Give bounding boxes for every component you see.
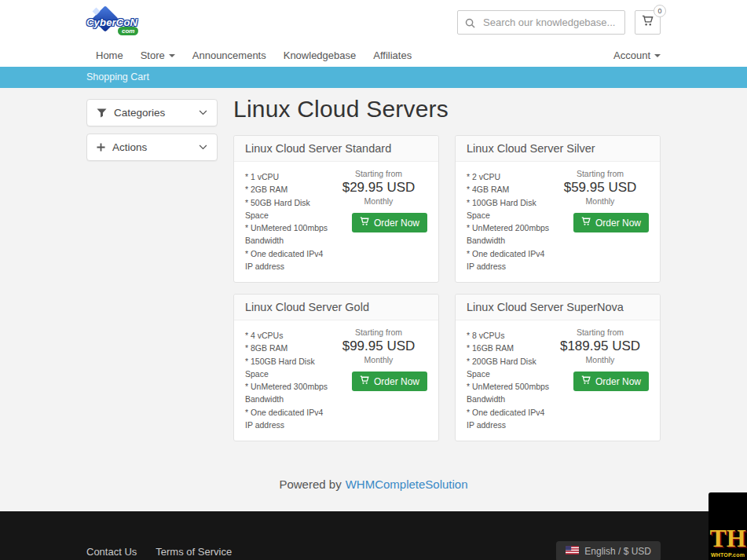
spec-item: * UnMetered 200mbps Bandwidth [467, 221, 551, 247]
product-title: Linux Cloud Server Silver [456, 136, 660, 162]
terms-of-service-link[interactable]: Terms of Service [156, 546, 232, 558]
product-specs: * 1 vCPU * 2GB RAM * 50GB Hard Disk Spac… [245, 170, 330, 273]
language-label: English / $ USD [584, 546, 651, 557]
product-title: Linux Cloud Server Standard [234, 136, 438, 162]
nav-announcements-label: Announcements [192, 45, 266, 67]
chevron-down-icon [199, 145, 207, 150]
sidebar: Categories Actions [86, 96, 218, 441]
account-menu[interactable]: Account [605, 45, 661, 67]
search-input[interactable] [457, 10, 625, 35]
order-now-label: Order Now [374, 376, 419, 387]
nav-item-affiliates[interactable]: Affiliates [364, 45, 420, 67]
categories-panel[interactable]: Categories [86, 99, 218, 126]
cart-count-badge: 0 [654, 5, 666, 17]
spec-item: * One dedicated IPv4 IP address [245, 406, 330, 432]
billing-cycle: Monthly [551, 196, 649, 206]
spec-item: * 200GB Hard Disk Space [467, 355, 551, 381]
powered-by-prefix: Powered by [279, 478, 341, 491]
top-header: CyberCoN com [0, 0, 747, 45]
starting-from-label: Starting from [330, 328, 427, 337]
spec-item: * UnMetered 100mbps Bandwidth [245, 221, 330, 247]
product-price: $189.95 USD [551, 339, 649, 354]
contact-us-link[interactable]: Contact Us [86, 546, 137, 558]
product-card: Linux Cloud Server Standard * 1 vCPU * 2… [233, 135, 439, 283]
product-price: $59.95 USD [551, 180, 649, 196]
cart-icon [360, 217, 369, 229]
view-cart-button[interactable]: 0 [635, 10, 661, 35]
breadcrumb-shopping-cart[interactable]: Shopping Cart [86, 71, 149, 82]
spec-item: * UnMetered 300mbps Bandwidth [245, 380, 330, 406]
order-now-button[interactable]: Order Now [573, 372, 649, 391]
spec-item: * 4GB RAM [467, 183, 551, 196]
page-title: Linux Cloud Servers [233, 96, 661, 123]
product-title: Linux Cloud Server Gold [234, 295, 438, 320]
main-navbar: Home Store Announcements Knowledgebase A… [0, 45, 747, 67]
order-now-button[interactable]: Order Now [573, 213, 649, 232]
starting-from-label: Starting from [551, 328, 649, 337]
secondary-navbar: Shopping Cart [0, 67, 747, 88]
actions-panel[interactable]: Actions [86, 134, 218, 161]
billing-cycle: Monthly [330, 196, 427, 206]
whtop-logo-icon: TH [709, 526, 745, 550]
nav-knowledgebase-label: Knowledgebase [284, 45, 357, 67]
starting-from-label: Starting from [551, 169, 649, 178]
plus-icon [97, 143, 105, 152]
nav-item-announcements[interactable]: Announcements [184, 45, 275, 67]
us-flag-icon [566, 546, 579, 557]
order-now-button[interactable]: Order Now [352, 213, 427, 232]
language-currency-button[interactable]: English / $ USD [556, 541, 661, 560]
cart-icon [642, 15, 654, 29]
chevron-down-icon [169, 54, 175, 57]
billing-cycle: Monthly [330, 355, 427, 364]
nav-home-label: Home [96, 45, 123, 67]
spec-item: * 150GB Hard Disk Space [245, 355, 330, 381]
spec-item: * 2 vCPU [467, 170, 551, 183]
starting-from-label: Starting from [330, 169, 427, 178]
powered-by: Powered byWHMCompleteSolution [0, 478, 747, 491]
site-logo[interactable]: CyberCoN com [86, 6, 148, 38]
whtop-watermark: TH WHTOP.com [709, 492, 747, 560]
product-card: Linux Cloud Server Gold * 4 vCPUs * 8GB … [233, 294, 439, 441]
nav-item-home[interactable]: Home [86, 45, 132, 67]
spec-item: * One dedicated IPv4 IP address [467, 247, 551, 273]
pricing-block: Starting from $29.95 USD Monthly [330, 169, 427, 273]
product-price: $99.95 USD [330, 339, 427, 354]
product-title: Linux Cloud Server SuperNova [456, 295, 660, 320]
order-now-button[interactable]: Order Now [352, 372, 427, 391]
spec-item: * 4 vCPUs [245, 329, 330, 342]
actions-label: Actions [112, 141, 147, 153]
spec-item: * UnMetered 500mbps Bandwidth [467, 380, 551, 406]
spec-item: * One dedicated IPv4 IP address [467, 406, 551, 432]
pricing-block: Starting from $189.95 USD Monthly [551, 328, 649, 431]
product-specs: * 8 vCPUs * 16GB RAM * 200GB Hard Disk S… [467, 329, 551, 431]
spec-item: * 16GB RAM [467, 342, 551, 354]
nav-store-label: Store [141, 45, 165, 67]
chevron-down-icon [199, 110, 207, 115]
spec-item: * 100GB Hard Disk Space [467, 196, 551, 222]
whtop-label: WHTOP.com [711, 552, 745, 558]
spec-item: * 1 vCPU [245, 170, 330, 183]
categories-label: Categories [114, 107, 165, 119]
whmcompletesolution-link[interactable]: WHMCompleteSolution [346, 478, 468, 491]
product-card: Linux Cloud Server SuperNova * 8 vCPUs *… [455, 294, 661, 441]
spec-item: * 50GB Hard Disk Space [245, 196, 330, 222]
pricing-block: Starting from $59.95 USD Monthly [551, 169, 649, 273]
nav-item-knowledgebase[interactable]: Knowledgebase [275, 45, 365, 67]
pricing-block: Starting from $99.95 USD Monthly [330, 328, 427, 431]
filter-icon [97, 108, 107, 118]
cart-icon [360, 375, 369, 387]
billing-cycle: Monthly [551, 355, 649, 364]
nav-item-store[interactable]: Store [132, 45, 184, 67]
product-price: $29.95 USD [330, 180, 427, 196]
order-now-label: Order Now [595, 218, 641, 229]
main-content: Linux Cloud Servers Linux Cloud Server S… [233, 96, 661, 441]
product-specs: * 2 vCPU * 4GB RAM * 100GB Hard Disk Spa… [467, 170, 551, 273]
page-footer: Contact Us Terms of Service English / $ … [0, 511, 747, 560]
logo-tld-text: com [118, 27, 138, 35]
cart-icon [581, 217, 591, 229]
nav-affiliates-label: Affiliates [373, 45, 412, 67]
spec-item: * 8GB RAM [245, 342, 330, 354]
account-label: Account [613, 45, 650, 67]
order-now-label: Order Now [374, 218, 419, 229]
spec-item: * 8 vCPUs [467, 329, 551, 342]
